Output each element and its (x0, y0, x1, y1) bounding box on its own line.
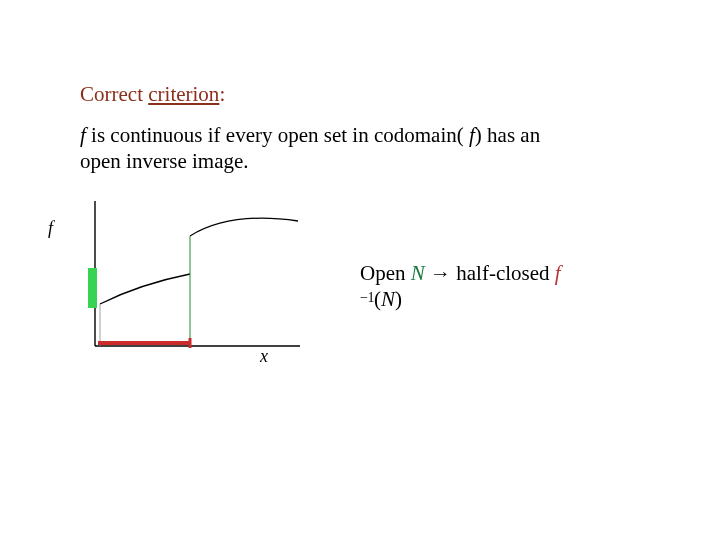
mapping-text: Open N → half-closed f −1(N) (360, 260, 590, 313)
open-set-N (88, 268, 97, 308)
arrow-phrase: → half-closed (425, 261, 555, 285)
x-axis-label: x (260, 346, 268, 367)
slide: Correct criterion: f is continuous if ev… (0, 0, 720, 540)
heading-prefix: Correct (80, 82, 148, 106)
criterion-rest: is continuous if every open set in codom… (86, 123, 469, 147)
figure-svg (40, 196, 320, 371)
page-title: Correct criterion: (80, 82, 225, 107)
open-word: Open (360, 261, 411, 285)
close-paren: ) (395, 287, 402, 311)
y-axis-label: f (48, 218, 53, 239)
open-paren: ( (374, 287, 381, 311)
figure: f x (40, 196, 320, 371)
curve-lower (100, 274, 190, 304)
mapping-f: f (555, 261, 561, 285)
inverse-superscript: −1 (360, 290, 374, 305)
criterion-text: f is continuous if every open set in cod… (80, 122, 560, 175)
heading-underlined: criterion (148, 82, 219, 106)
heading-suffix: : (219, 82, 225, 106)
curve-upper (190, 218, 298, 236)
paren-N: N (381, 287, 395, 311)
open-N: N (411, 261, 425, 285)
